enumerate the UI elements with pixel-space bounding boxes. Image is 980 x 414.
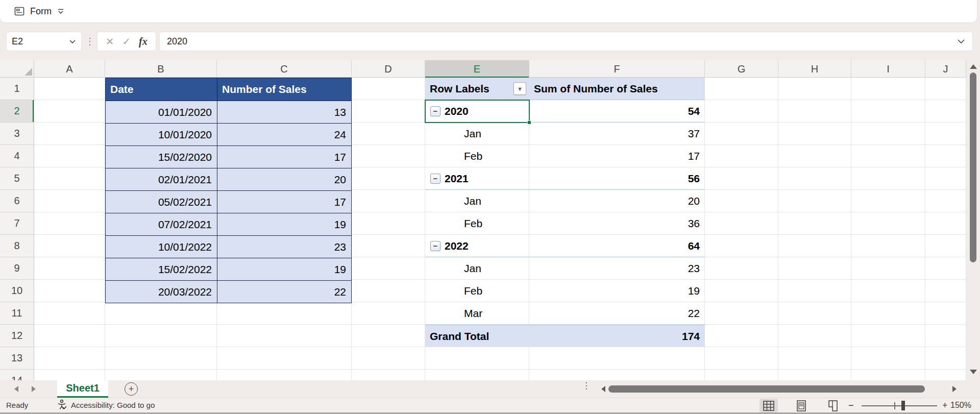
zoom-in-button[interactable]: +	[942, 400, 948, 411]
cell-f8[interactable]: 64	[529, 240, 705, 252]
cell-e12[interactable]: Grand Total	[425, 325, 529, 347]
cell-e7[interactable]: Feb	[425, 212, 529, 235]
column-header-a[interactable]: A	[34, 60, 105, 78]
cell-f7[interactable]: 36	[529, 217, 705, 230]
cell-b7[interactable]: 07/02/2021	[106, 213, 217, 235]
cell-f11[interactable]: 22	[529, 307, 705, 320]
scroll-up-icon[interactable]	[970, 64, 977, 69]
cell-c7[interactable]: 19	[217, 213, 351, 235]
insert-function-icon[interactable]: fx	[139, 36, 148, 47]
select-all-corner[interactable]	[0, 60, 34, 78]
cell-c3[interactable]: 24	[217, 124, 351, 145]
cell-e6[interactable]: Jan	[425, 190, 529, 212]
fill-handle[interactable]	[527, 120, 531, 125]
cell-b2[interactable]: 01/01/2020	[106, 101, 217, 123]
cell-c4[interactable]: 17	[217, 146, 351, 168]
cell-b10[interactable]: 20/03/2022	[106, 281, 217, 303]
view-page-break-button[interactable]	[824, 399, 842, 412]
zoom-slider-thumb[interactable]	[901, 401, 905, 410]
column-header-h[interactable]: H	[778, 60, 851, 78]
cell-f9[interactable]: 23	[529, 262, 705, 275]
sheet-tab-active[interactable]: Sheet1	[57, 380, 108, 398]
next-sheet-icon[interactable]	[32, 386, 36, 392]
scroll-down-icon[interactable]	[970, 370, 977, 374]
cell-e10[interactable]: Feb	[425, 280, 529, 302]
horizontal-scrollbar[interactable]	[608, 385, 946, 393]
name-box[interactable]: E2	[6, 32, 82, 51]
scroll-right-icon[interactable]	[952, 386, 957, 392]
cell-e5[interactable]: − 2021	[425, 167, 529, 189]
sheet-grid[interactable]: Date Number of Sales 01/01/2020 13 10/01…	[34, 78, 966, 380]
column-header-d[interactable]: D	[352, 60, 425, 78]
cell-e9[interactable]: Jan	[425, 257, 529, 280]
column-header-j[interactable]: J	[925, 60, 966, 78]
cell-b3[interactable]: 10/01/2020	[106, 124, 217, 145]
cell-b9[interactable]: 15/02/2022	[106, 258, 217, 280]
cell-b6[interactable]: 05/02/2021	[106, 191, 217, 213]
cell-e8[interactable]: − 2022	[425, 235, 529, 257]
sales-header-value[interactable]: Number of Sales	[217, 78, 351, 101]
cell-f10[interactable]: 19	[529, 285, 705, 297]
row-header-3[interactable]: 3	[0, 123, 34, 145]
cell-f12[interactable]: 174	[529, 330, 705, 343]
row-header-7[interactable]: 7	[0, 212, 34, 235]
expand-formula-bar-icon[interactable]	[957, 39, 965, 44]
cell-b8[interactable]: 10/01/2022	[106, 236, 217, 258]
cell-f3[interactable]: 37	[529, 128, 705, 140]
column-header-b[interactable]: B	[105, 60, 217, 78]
view-normal-button[interactable]	[760, 399, 778, 412]
cell-e11[interactable]: Mar	[425, 302, 529, 325]
cell-c10[interactable]: 22	[217, 281, 351, 303]
row-header-11[interactable]: 11	[0, 302, 34, 325]
pivot-header-row-labels[interactable]: Row Labels ▾	[425, 78, 529, 100]
cell-c8[interactable]: 23	[217, 236, 351, 258]
formula-input[interactable]: 2020	[159, 32, 973, 51]
zoom-slider-track[interactable]	[862, 405, 937, 406]
cell-c2[interactable]: 13	[217, 101, 351, 123]
row-header-10[interactable]: 10	[0, 280, 34, 302]
cell-f5[interactable]: 56	[529, 173, 705, 185]
vertical-scrollbar[interactable]	[966, 60, 980, 380]
accessibility-status[interactable]: Accessibility: Good to go	[57, 399, 155, 410]
sales-header-date[interactable]: Date	[106, 78, 217, 101]
row-header-5[interactable]: 5	[0, 167, 34, 190]
add-sheet-button[interactable]: +	[125, 382, 138, 396]
cell-c5[interactable]: 20	[217, 168, 351, 190]
column-header-c[interactable]: C	[217, 60, 352, 78]
column-header-e-selected[interactable]: E	[425, 60, 529, 78]
zoom-out-button[interactable]: −	[848, 400, 854, 411]
cell-c9[interactable]: 19	[217, 258, 351, 280]
cell-f6[interactable]: 20	[529, 195, 705, 207]
collapse-button[interactable]: −	[430, 241, 440, 251]
row-header-14[interactable]: 14	[0, 370, 34, 380]
prev-sheet-icon[interactable]	[14, 386, 18, 392]
row-header-9[interactable]: 9	[0, 257, 34, 280]
cancel-icon[interactable]: ✕	[106, 36, 114, 47]
collapse-button[interactable]: −	[430, 174, 440, 184]
cell-b5[interactable]: 02/01/2021	[106, 168, 217, 190]
column-header-i[interactable]: I	[851, 60, 925, 78]
row-header-2-selected[interactable]: 2	[0, 100, 34, 123]
cell-c6[interactable]: 17	[217, 191, 351, 213]
chevron-down-icon[interactable]	[69, 39, 76, 44]
row-header-12[interactable]: 12	[0, 325, 34, 347]
enter-icon[interactable]: ✓	[122, 36, 131, 47]
zoom-level[interactable]: 150%	[950, 401, 971, 410]
form-button[interactable]: Form	[14, 0, 65, 22]
row-header-8[interactable]: 8	[0, 235, 34, 257]
column-header-g[interactable]: G	[705, 60, 778, 78]
view-page-layout-button[interactable]	[792, 399, 811, 412]
ribbon-collapse-icon[interactable]	[57, 7, 65, 15]
cell-b4[interactable]: 15/02/2020	[106, 146, 217, 168]
vertical-scrollbar-thumb[interactable]	[970, 72, 976, 262]
cell-f4[interactable]: 17	[529, 150, 705, 162]
cell-e3[interactable]: Jan	[425, 123, 529, 145]
row-header-4[interactable]: 4	[0, 145, 34, 167]
row-header-6[interactable]: 6	[0, 190, 34, 212]
scroll-left-icon[interactable]	[601, 386, 605, 392]
cell-f2[interactable]: 54	[529, 105, 705, 117]
column-header-f[interactable]: F	[529, 60, 705, 78]
row-header-1[interactable]: 1	[0, 78, 34, 100]
filter-dropdown-button[interactable]: ▾	[513, 82, 526, 95]
pivot-header-values[interactable]: Sum of Number of Sales	[529, 83, 705, 95]
